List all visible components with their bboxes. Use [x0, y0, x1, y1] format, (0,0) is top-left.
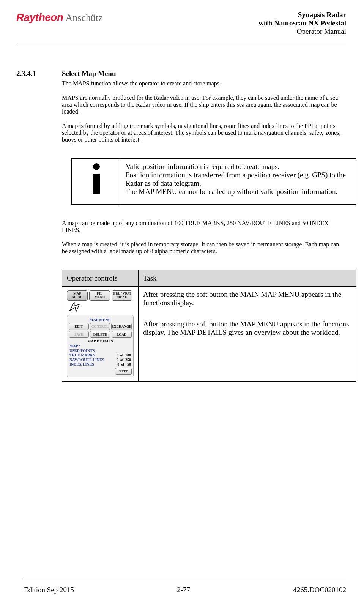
map-details-title: MAP DETAILS — [69, 339, 132, 343]
load-button[interactable]: LOAD — [112, 331, 132, 338]
paragraph: MAPS are normally produced for the Radar… — [62, 95, 346, 115]
footer-center: 2-77 — [177, 586, 190, 594]
soft-button-row: MAPMENU PILMENU EBL / VRMMENU — [67, 290, 134, 301]
section-number: 2.3.4.1 — [16, 69, 62, 78]
info-box: Valid position information is required t… — [71, 158, 356, 205]
section-header: 2.3.4.1 Select Map Menu — [16, 69, 346, 78]
detail-row: INDEX LINES 0 of 50 — [69, 362, 132, 366]
page-footer: Edition Sep 2015 2-77 4265.DOC020102 — [24, 586, 346, 594]
logo: Raytheon Anschütz — [16, 11, 103, 24]
header-rule — [16, 43, 346, 43]
map-menu-panel: MAP MENU EDIT CONTROL EXCHANGE SAVE DELE… — [67, 315, 134, 377]
save-button[interactable]: SAVE — [69, 331, 89, 338]
footer-rule — [24, 577, 346, 577]
used-points-label: USED POINTS — [69, 349, 95, 353]
footer-left: Edition Sep 2015 — [24, 586, 74, 594]
logo-sub: Anschütz — [66, 12, 103, 24]
footer-right: 4265.DOC020102 — [293, 586, 346, 594]
logo-main: Raytheon — [16, 11, 63, 24]
paragraph: When a map is created, it is placed in t… — [62, 241, 346, 255]
info-text: Valid position information is required t… — [121, 159, 356, 205]
section-title: Select Map Menu — [62, 69, 116, 78]
detail-row: NAV/ROUTE LINES 0 of 250 — [69, 358, 132, 362]
delete-button[interactable]: DELETE — [90, 331, 110, 338]
operator-controls-cell: MAPMENU PILMENU EBL / VRMMENU MAP MENU E… — [62, 287, 139, 382]
svg-marker-0 — [68, 301, 80, 313]
operator-table: Operator controls Task MAPMENU PILMENU E… — [62, 270, 356, 382]
section-body: The MAPS function allows the operator to… — [62, 80, 346, 382]
task-text: After pressing the soft button the MAP M… — [143, 320, 351, 337]
exchange-button[interactable]: EXCHANGE — [111, 323, 132, 330]
info-icon-cell — [72, 159, 121, 205]
paragraph: A map can be made up of any combination … — [62, 220, 346, 233]
exit-button[interactable]: EXIT — [115, 368, 132, 375]
table-header: Task — [139, 270, 356, 287]
panel-title: MAP MENU — [69, 318, 132, 322]
document-title: Synapsis Radar with Nautoscan NX Pedesta… — [258, 11, 346, 36]
soft-button-pil-menu[interactable]: PILMENU — [89, 290, 110, 301]
soft-button-map-menu[interactable]: MAPMENU — [67, 290, 88, 301]
cursor-arrow-icon — [67, 301, 82, 313]
page: Raytheon Anschütz Synapsis Radar with Na… — [3, 3, 361, 604]
paragraph: The MAPS function allows the operator to… — [62, 80, 346, 87]
paragraph: A map is formed by adding true mark symb… — [62, 123, 346, 143]
detail-row: TRUE MARKS 0 of 100 — [69, 353, 132, 357]
table-header: Operator controls — [62, 270, 139, 287]
control-button[interactable]: CONTROL — [90, 323, 110, 330]
info-icon — [93, 163, 100, 194]
task-cell: After pressing the soft button the MAIN … — [139, 287, 356, 382]
task-text: After pressing the soft button the MAIN … — [143, 290, 351, 307]
edit-button[interactable]: EDIT — [69, 323, 89, 330]
map-label: MAP : — [69, 344, 80, 348]
soft-button-ebl-vrm-menu[interactable]: EBL / VRMMENU — [112, 290, 132, 301]
page-header: Raytheon Anschütz Synapsis Radar with Na… — [16, 11, 346, 36]
